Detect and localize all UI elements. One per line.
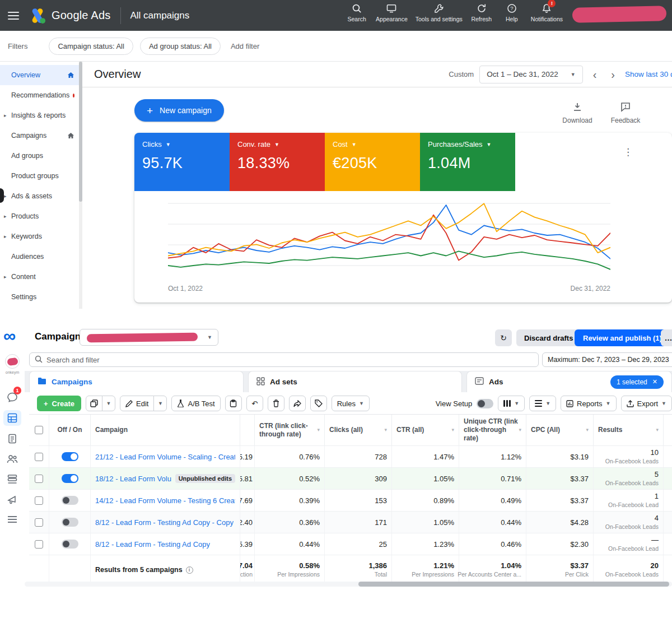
campaign-link[interactable]: 14/12 - Lead Form Volume - Testing 6 Cre…	[95, 496, 235, 505]
campaign-toggle[interactable]	[62, 452, 78, 461]
more-options-button[interactable]: …	[661, 329, 672, 346]
sidebar-item-audiences[interactable]: Audiences	[0, 247, 79, 267]
scorecard-cost[interactable]: Cost▼€205K	[325, 133, 420, 191]
card-menu-icon[interactable]: ⋮	[623, 146, 633, 158]
tab-ad-sets[interactable]: Ad sets	[248, 371, 462, 392]
sidebar-item-ads-assets[interactable]: ▸Ads & assets	[0, 186, 79, 206]
ad-account-selector[interactable]: ▼	[80, 329, 218, 346]
column-header-campaign[interactable]: Campaign	[91, 415, 240, 445]
scorecard-clicks[interactable]: Clicks▼95.7K	[134, 133, 230, 191]
duplicate-button[interactable]	[86, 396, 102, 411]
show-last-30-days-link[interactable]: Show last 30 d	[625, 70, 672, 78]
account-avatar[interactable]	[5, 354, 20, 369]
export-button[interactable]: Export ▼	[621, 396, 672, 411]
scorecard-purchases-sales[interactable]: Purchases/Sales▼1.04M	[420, 133, 515, 191]
campaign-toggle[interactable]	[62, 540, 78, 549]
campaign-link[interactable]: 21/12 - Lead Form Volume - Scaling - Cre…	[95, 453, 235, 461]
column-header-clicks-all[interactable]: Clicks (all)▾	[325, 415, 392, 445]
create-button[interactable]: + Create	[37, 396, 81, 411]
sidebar-item-keywords[interactable]: ▸Keywords	[0, 226, 79, 247]
campaign-toggle[interactable]	[62, 474, 78, 483]
all-tools-menu-icon[interactable]	[4, 512, 20, 527]
header-nav-search[interactable]: Search	[342, 3, 372, 22]
breakdown-button[interactable]: ▼	[529, 396, 556, 411]
header-nav-help[interactable]: ?Help	[497, 3, 527, 22]
sidebar-item-campaigns[interactable]: Campaigns	[0, 126, 79, 146]
campaign-link[interactable]: 18/12 - Lead Form Volume - ...	[95, 475, 171, 483]
feedback-button[interactable]: Feedback	[609, 101, 642, 124]
sidebar-item-content[interactable]: ▸Content	[0, 267, 79, 287]
meta-logo[interactable]: ∞	[3, 327, 16, 345]
column-header-ctr-all[interactable]: CTR (all)▾	[392, 415, 459, 445]
column-header-hidden[interactable]	[240, 415, 255, 445]
previous-range-button[interactable]: ‹	[589, 69, 601, 80]
header-nav-tools-and-settings[interactable]: Tools and settings	[412, 3, 466, 22]
pages-icon[interactable]	[4, 431, 20, 446]
sidebar-item-insights-reports[interactable]: ▸Insights & reports	[0, 105, 79, 126]
sidebar-item-products[interactable]: ▸Products	[0, 206, 79, 226]
campaign-link[interactable]: 8/12 - Lead Form - Testing Ad Copy - Cop…	[95, 518, 234, 527]
rules-label: Rules	[337, 399, 356, 408]
discard-drafts-button[interactable]: Discard drafts	[516, 329, 581, 346]
edit-caret-button[interactable]: ▼	[153, 396, 167, 411]
row-checkbox[interactable]	[35, 475, 43, 483]
menu-icon[interactable]	[8, 12, 19, 20]
search-and-filter-input[interactable]: Search and filter	[29, 352, 539, 367]
row-checkbox[interactable]	[35, 453, 43, 461]
column-header-results[interactable]: Results▾	[594, 415, 664, 445]
sidebar-item-settings[interactable]: Settings	[0, 287, 79, 307]
row-checkbox[interactable]	[35, 518, 43, 527]
refresh-button[interactable]: ↻	[495, 329, 512, 346]
campaigns-table-icon[interactable]	[3, 410, 21, 426]
campaign-link[interactable]: 8/12 - Lead Form - Testing Ad Copy	[95, 540, 210, 549]
sidebar-item-ad-groups[interactable]: Ad groups	[0, 146, 79, 166]
close-icon[interactable]: ✕	[652, 378, 657, 385]
column-header-unique-ctr-link-click-through-rate[interactable]: Unique CTR (link click-through rate)▾	[459, 415, 526, 445]
edit-button[interactable]: Edit	[120, 396, 154, 411]
rules-button[interactable]: Rules ▼	[332, 396, 370, 411]
share-button[interactable]	[289, 396, 306, 411]
ab-test-button[interactable]: A/B Test	[171, 396, 220, 411]
sidebar-item-recommendations[interactable]: Recommendations	[0, 85, 79, 105]
sidebar-item-overview[interactable]: Overview	[0, 65, 79, 85]
tab-ads[interactable]: Ads 1 selected ✕	[466, 371, 672, 392]
header-nav-refresh[interactable]: Refresh	[466, 3, 497, 22]
view-setup-toggle[interactable]	[477, 399, 493, 408]
selected-count-chip[interactable]: 1 selected ✕	[610, 375, 664, 389]
download-button[interactable]: Download	[561, 101, 594, 124]
column-header-off-on[interactable]: Off / On	[49, 415, 91, 445]
column-header-cpc-all[interactable]: CPC (All)▾	[526, 415, 594, 445]
scorecard-conv-rate[interactable]: Conv. rate▼18.33%	[230, 133, 325, 191]
date-range-picker[interactable]: Oct 1 – Dec 31, 2022 ▼	[479, 66, 583, 83]
delete-button[interactable]	[268, 396, 284, 411]
row-checkbox[interactable]	[35, 540, 43, 549]
footer-cpc-sub: Per Click	[565, 571, 589, 578]
header-nav-notifications[interactable]: !Notifications	[527, 3, 567, 22]
clipboard-button[interactable]	[225, 396, 242, 411]
row-checkbox[interactable]	[35, 496, 43, 505]
catalogs-icon[interactable]	[4, 472, 20, 486]
duplicate-caret-button[interactable]: ▼	[102, 396, 115, 411]
next-range-button[interactable]: ›	[606, 69, 619, 80]
columns-button[interactable]: ▼	[498, 396, 525, 411]
column-header-ctr-link-click-through-rate[interactable]: CTR (link click-through rate)▾	[255, 415, 325, 445]
horizontal-scrollbar[interactable]	[358, 582, 669, 587]
header-nav-appearance[interactable]: Appearance	[372, 3, 412, 22]
select-all-checkbox[interactable]	[35, 426, 43, 434]
meta-date-range-picker[interactable]: Maximum: Dec 7, 2023 – Dec 29, 2023 ▼	[542, 352, 672, 367]
reports-button[interactable]: Reports ▼	[561, 396, 616, 411]
ad-group-status-chip[interactable]: Ad group status: All	[140, 38, 221, 55]
review-and-publish-button[interactable]: Review and publish (1)	[575, 329, 670, 346]
sidebar-item-product-groups[interactable]: Product groups	[0, 166, 79, 186]
campaign-toggle[interactable]	[62, 518, 78, 527]
undo-button[interactable]: ↶	[246, 396, 263, 411]
add-filter-button[interactable]: Add filter	[231, 42, 259, 50]
campaign-toggle[interactable]	[62, 496, 78, 505]
tag-button[interactable]	[310, 396, 327, 411]
scroll-indicator[interactable]	[0, 188, 4, 203]
new-campaign-button[interactable]: + New campaign	[134, 99, 224, 122]
audiences-icon[interactable]	[4, 452, 20, 466]
campaign-status-chip[interactable]: Campaign status: All	[49, 38, 133, 55]
tab-campaigns[interactable]: Campaigns	[29, 371, 244, 392]
ads-reporting-icon[interactable]	[4, 492, 20, 507]
